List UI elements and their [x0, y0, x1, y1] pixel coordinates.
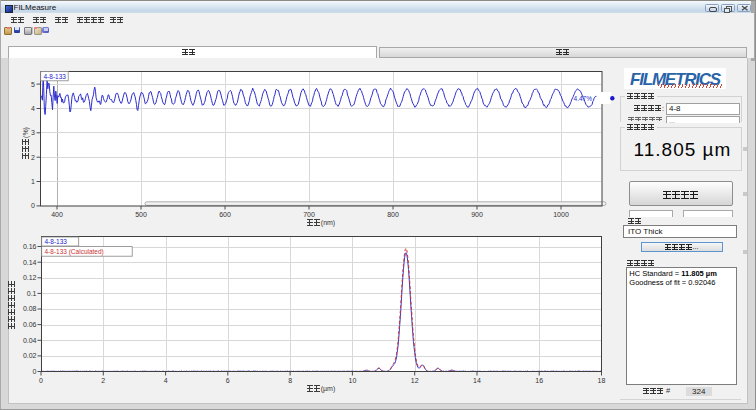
svg-text:4-8-133 (Calculated): 4-8-133 (Calculated) [45, 248, 104, 256]
svg-text:4: 4 [164, 377, 168, 384]
svg-text:12: 12 [411, 377, 419, 384]
svg-text:8: 8 [288, 377, 292, 384]
svg-text:4.47%: 4.47% [574, 95, 593, 102]
svg-text:16: 16 [535, 377, 543, 384]
svg-text:700: 700 [303, 211, 315, 218]
svg-text:0.16: 0.16 [23, 243, 37, 250]
svg-text:0.08: 0.08 [23, 305, 37, 312]
svg-text:0.12: 0.12 [23, 274, 37, 281]
svg-text:0.04: 0.04 [23, 337, 37, 344]
svg-text:0: 0 [33, 368, 37, 375]
svg-text:2: 2 [101, 377, 105, 384]
svg-text:1000: 1000 [553, 211, 569, 218]
svg-text:0.1: 0.1 [27, 290, 37, 297]
svg-text:500: 500 [135, 211, 147, 218]
svg-text:4: 4 [31, 105, 35, 112]
svg-text:900: 900 [471, 211, 483, 218]
svg-text:0: 0 [39, 377, 43, 384]
svg-text:0.14: 0.14 [23, 259, 37, 266]
svg-text:400: 400 [51, 211, 63, 218]
svg-text:18: 18 [598, 377, 606, 384]
svg-text:5: 5 [31, 81, 35, 88]
svg-text:4-8-133: 4-8-133 [45, 238, 68, 245]
svg-text:0: 0 [31, 202, 35, 209]
svg-text:1: 1 [31, 178, 35, 185]
svg-text:0.02: 0.02 [23, 352, 37, 359]
svg-text:800: 800 [387, 211, 399, 218]
svg-text:10: 10 [349, 377, 357, 384]
svg-text:600: 600 [219, 211, 231, 218]
svg-text:0.06: 0.06 [23, 321, 37, 328]
svg-text:6: 6 [226, 377, 230, 384]
svg-text:14: 14 [473, 377, 481, 384]
svg-text:4-8-133: 4-8-133 [44, 73, 67, 80]
